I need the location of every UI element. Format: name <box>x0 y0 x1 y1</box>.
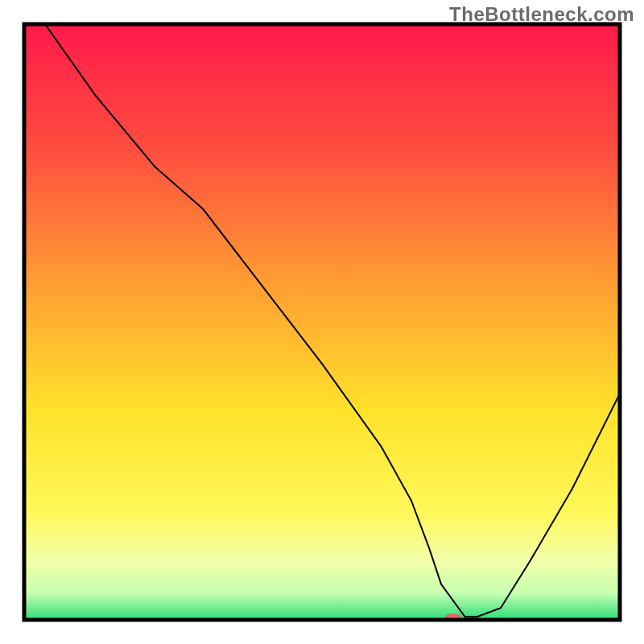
chart-svg <box>0 0 644 644</box>
chart-figure: TheBottleneck.com <box>0 0 644 644</box>
gradient-background <box>24 24 620 620</box>
plot-area <box>24 24 620 620</box>
